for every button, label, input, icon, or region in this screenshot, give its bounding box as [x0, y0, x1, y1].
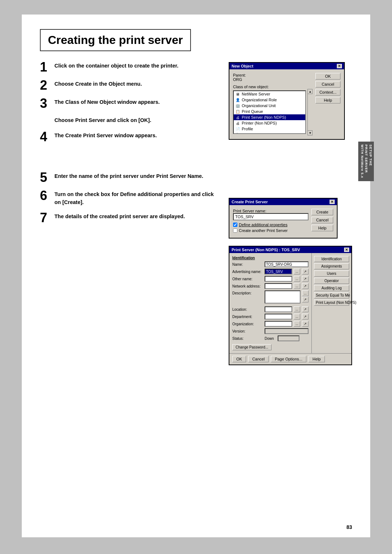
server-icon: 🖥 [235, 91, 240, 97]
desc-btn2[interactable]: ↗ [302, 297, 309, 302]
desc-btn1[interactable]: ... [302, 290, 309, 296]
create-button[interactable]: Create [311, 209, 333, 215]
props-right: Identification Assignments Users Operato… [311, 253, 351, 353]
network-addr-btn2[interactable]: ↗ [302, 283, 309, 289]
other-name-input[interactable] [265, 276, 292, 282]
cancel-button[interactable]: Cancel [315, 81, 340, 87]
create-ps-dialog: Create Print Server ✕ Print Server name:… [229, 198, 338, 239]
name-field-input[interactable]: TOS_SRV-ORG [265, 261, 309, 267]
list-item-printserver[interactable]: 🖨 Print Server (Non NDPS) [234, 114, 305, 120]
printer-icon: 🖨 [235, 121, 240, 126]
adv-name-field-row: Advertising name: TOS_SRV ... ↗ [232, 269, 309, 274]
identification-section: Identification [232, 256, 309, 260]
ps-name-input[interactable]: TOS_SRV [233, 213, 309, 220]
location-btn2[interactable]: ↗ [302, 306, 309, 312]
adv-name-input[interactable]: TOS_SRV [265, 269, 292, 274]
new-object-left: Parent: ORG Class of new object: 🖥 NetWa… [233, 73, 313, 135]
other-name-label: Other name: [232, 277, 263, 281]
props-close-btn[interactable]: ✕ [344, 248, 349, 252]
spacer-1 [229, 147, 352, 198]
ok-button[interactable]: OK [315, 73, 340, 80]
list-item-printer[interactable]: 🖨 Printer (Non NDPS) [234, 120, 305, 126]
operator-btn[interactable]: Operator [314, 278, 349, 284]
create-cancel-button[interactable]: Cancel [311, 217, 333, 223]
step-number-4: 4 [40, 130, 49, 143]
users-btn[interactable]: Users [314, 270, 349, 277]
props-body: Identification Name: TOS_SRV-ORG Adverti… [229, 253, 351, 353]
define-props-label: Define additional properties [239, 223, 287, 227]
location-btn[interactable]: ... [294, 306, 300, 312]
assignments-btn[interactable]: Assignments [314, 263, 349, 269]
location-label: Location: [232, 307, 263, 311]
create-ps-content: Print Server name: TOS_SRV Define additi… [233, 209, 333, 234]
parent-value: ORG [233, 77, 313, 82]
other-name-btn2[interactable]: ↗ [302, 276, 309, 282]
sidebar-label-1: SETUP THE [368, 144, 372, 178]
sidebar-label: SETUP THE PRINT SERVER WITH NetWare 5.x [358, 142, 374, 181]
printserver-icon: 🖨 [235, 115, 240, 120]
create-help-button[interactable]: Help [311, 225, 333, 231]
print-layout-btn[interactable]: Print Layout (Non NDPS) [314, 300, 349, 306]
org-btn[interactable]: ... [294, 321, 300, 327]
step-text-7: The details of the created print server … [54, 213, 185, 221]
version-input [265, 328, 309, 334]
organization-input[interactable] [265, 321, 292, 327]
list-item-netware[interactable]: 🖥 NetWare Server [234, 91, 305, 97]
new-object-buttons: OK Cancel Context... Help [315, 73, 340, 135]
step-number-5: 5 [40, 171, 49, 184]
other-name-btn[interactable]: ... [294, 276, 300, 282]
context-button[interactable]: Context... [315, 89, 340, 95]
define-props-checkbox[interactable] [233, 223, 237, 227]
step-6: 6 Turn on the check box for Define addit… [40, 191, 218, 207]
security-btn[interactable]: Security Equal To Me [314, 292, 349, 298]
list-item-orgunit[interactable]: 🏢 Organizational Unit [234, 103, 305, 109]
class-listbox[interactable]: 🖥 NetWare Server 👤 Organizational Role 🏢 [233, 90, 306, 134]
network-addr-btn[interactable]: ... [294, 283, 300, 289]
step-3: 3 The Class of New Object window appears… [40, 98, 218, 110]
list-item-profile[interactable]: 📄 Profile [234, 126, 305, 132]
org-btn2[interactable]: ↗ [302, 321, 309, 327]
network-addr-input[interactable] [265, 283, 292, 289]
close-btn[interactable]: ✕ [337, 64, 342, 68]
listbox-scrollbar: ▲ ▼ [307, 89, 313, 135]
list-item-printqueue[interactable]: 📋 Print Queue [234, 109, 305, 114]
props-title: Print Server (Non NDPS) : TOS_SRV [232, 248, 300, 252]
dept-btn2[interactable]: ↗ [302, 314, 309, 319]
identification-btn[interactable]: Identification [314, 256, 349, 262]
description-input[interactable] [265, 290, 301, 304]
dept-btn[interactable]: ... [294, 314, 300, 319]
create-another-checkbox[interactable] [233, 228, 237, 233]
step-number-2: 2 [40, 79, 49, 92]
props-ok-btn[interactable]: OK [232, 356, 246, 362]
new-object-content: Parent: ORG Class of new object: 🖥 NetWa… [233, 73, 340, 135]
step-1: 1 Click on the container object to creat… [40, 62, 218, 74]
sidebar-label-3: WITH NetWare 5.x [360, 144, 364, 178]
scroll-up-arrow[interactable]: ▲ [307, 89, 313, 94]
create-ps-close-btn[interactable]: ✕ [330, 200, 335, 204]
department-input[interactable] [265, 314, 292, 319]
help-button[interactable]: Help [315, 97, 340, 103]
parent-label: Parent: [233, 73, 313, 77]
list-item-slp[interactable]: 🔍 SLP Directory Agent [234, 132, 305, 134]
props-pageoptions-btn[interactable]: Page Options... [271, 356, 306, 362]
create-ps-buttons: Create Cancel Help [311, 209, 333, 234]
sidebar-label-2: PRINT SERVER [364, 144, 368, 178]
step-text-6: Turn on the check box for Define additio… [54, 191, 218, 207]
adv-name-btn2[interactable]: ↗ [302, 269, 309, 274]
new-object-body: Parent: ORG Class of new object: 🖥 NetWa… [229, 69, 344, 139]
description-field-row: Description: ... ↗ [232, 290, 309, 305]
scroll-down-arrow[interactable]: ▼ [307, 130, 313, 135]
title-box: Creating the print server [40, 29, 191, 51]
location-field-row: Location: ... ↗ [232, 306, 309, 312]
queue-icon: 📋 [235, 109, 240, 114]
props-help-btn[interactable]: Help [309, 356, 325, 362]
auditing-log-btn[interactable]: Auditing Log [314, 285, 349, 291]
new-object-title: New Object [232, 64, 253, 68]
list-item-orgrole[interactable]: 👤 Organizational Role [234, 97, 305, 103]
status-label: Status: [232, 337, 263, 341]
other-name-field-row: Other name: ... ↗ [232, 276, 309, 282]
props-cancel-btn[interactable]: Cancel [248, 356, 269, 362]
change-password-button[interactable]: Change Password... [232, 344, 271, 350]
adv-name-btn[interactable]: ... [294, 269, 300, 274]
location-input[interactable] [265, 306, 292, 312]
